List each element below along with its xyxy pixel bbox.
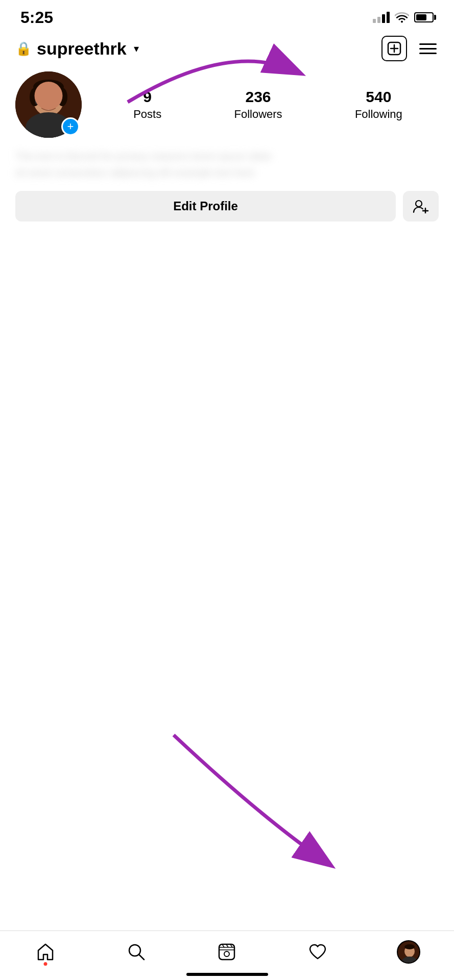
reels-icon [217,942,236,962]
hamburger-line-1 [419,43,437,45]
edit-profile-button[interactable]: Edit Profile [15,191,396,222]
stats-container: 9 Posts 236 Followers 540 Following [97,88,439,121]
svg-rect-12 [50,97,60,104]
annotation-arrow-bottom [82,725,368,878]
svg-point-9 [30,88,40,106]
svg-point-14 [38,99,43,103]
posts-label: Posts [133,108,161,121]
chevron-down-icon[interactable]: ▾ [134,42,139,55]
add-post-button[interactable] [381,36,407,61]
bio-text: This text is blurred for privacy reasons… [15,148,439,181]
nav-reels[interactable] [211,939,242,965]
profile-section: + 9 Posts 236 Followers 540 Following Th… [0,66,454,222]
lock-icon: 🔒 [15,41,32,57]
following-label: Following [355,108,402,121]
svg-rect-6 [43,112,54,122]
svg-point-24 [224,951,229,957]
svg-point-30 [404,944,415,949]
nav-items [0,939,454,965]
posts-stat[interactable]: 9 Posts [133,88,161,121]
add-post-icon [387,41,401,56]
following-count: 540 [366,88,391,106]
svg-point-10 [57,88,67,106]
home-indicator [186,973,268,976]
followers-count: 236 [246,88,271,106]
following-stat[interactable]: 540 Following [355,88,402,121]
nav-activity[interactable] [302,939,333,965]
add-story-button[interactable]: + [61,117,80,136]
svg-line-21 [139,954,144,960]
wifi-icon [395,12,409,23]
svg-point-15 [53,99,58,103]
svg-point-16 [416,201,422,207]
battery-icon [414,12,434,22]
search-icon [127,942,146,962]
signal-icon [373,12,390,23]
username: supreethrk [37,39,127,59]
svg-rect-11 [36,97,46,104]
status-time: 5:25 [20,8,53,27]
action-buttons: Edit Profile [15,191,439,222]
svg-point-8 [33,80,64,94]
nav-home[interactable] [30,939,61,965]
avatar-container[interactable]: + [15,71,82,138]
followers-label: Followers [234,108,282,121]
home-active-dot [43,962,47,966]
hamburger-line-3 [419,53,437,54]
nav-search[interactable] [121,939,152,965]
header-left: 🔒 supreethrk ▾ [15,39,139,59]
menu-button[interactable] [417,41,439,56]
add-person-icon [413,199,429,213]
header-right [381,36,439,61]
header: 🔒 supreethrk ▾ [0,31,454,66]
followers-stat[interactable]: 236 Followers [234,88,282,121]
profile-top: + 9 Posts 236 Followers 540 Following [15,71,439,138]
bio-section: This text is blurred for privacy reasons… [15,148,439,191]
add-friend-button[interactable] [403,191,439,222]
hamburger-line-2 [419,48,437,50]
nav-profile-avatar [397,940,420,964]
svg-point-7 [33,83,64,116]
home-icon [36,942,55,962]
status-bar: 5:25 [0,0,454,31]
nav-profile[interactable] [393,939,424,965]
heart-icon [308,942,327,962]
posts-count: 9 [143,88,152,106]
status-icons [373,12,434,23]
svg-rect-23 [219,947,234,950]
